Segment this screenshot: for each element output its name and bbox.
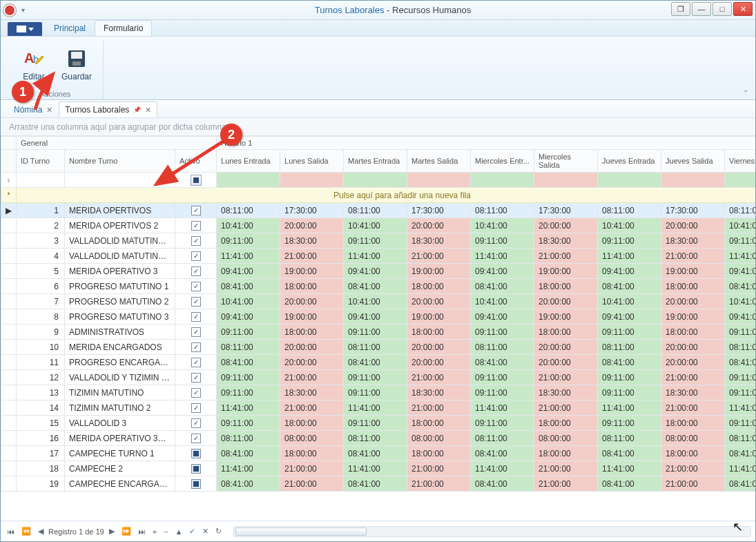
cell-entrada[interactable]: 08:11:00 — [598, 203, 661, 218]
cell-activo[interactable] — [175, 340, 217, 355]
cell-salida[interactable]: 18:30:00 — [534, 233, 598, 249]
cell-entrada[interactable]: 08:11:00 — [471, 431, 534, 446]
checkbox-icon[interactable] — [191, 267, 201, 276]
ribbon-tab-principal[interactable]: Principal — [45, 20, 95, 36]
cell-salida[interactable]: 18:00:00 — [534, 279, 598, 294]
cell-salida[interactable]: 20:00:00 — [534, 218, 598, 233]
cell-entrada[interactable]: 08:11:00 — [217, 340, 280, 355]
doc-tab-turnos[interactable]: Turnos Laborales 📌 ✕ — [59, 101, 157, 117]
cell-entrada[interactable]: 08:11:00 — [471, 340, 534, 355]
cell-id[interactable]: 19 — [17, 476, 65, 492]
cell-salida[interactable]: 21:00:00 — [661, 476, 725, 492]
cell-id[interactable]: 1 — [17, 203, 65, 218]
cell-salida[interactable]: 18:30:00 — [661, 385, 725, 400]
checkbox-icon[interactable] — [191, 449, 201, 458]
checkbox-icon[interactable] — [191, 464, 201, 474]
cell-id[interactable]: 2 — [17, 218, 65, 233]
cell-salida[interactable]: 18:00:00 — [534, 325, 598, 340]
cell-salida[interactable]: 21:00:00 — [534, 461, 598, 476]
table-row[interactable]: 8PROGRESO MATUTINO 309:41:0019:00:0009:4… — [1, 309, 756, 325]
nav-prev-page-button[interactable]: ⏪ — [19, 525, 33, 537]
cell-salida[interactable]: 18:00:00 — [661, 416, 725, 431]
nav-cancel-button[interactable]: ✕ — [200, 525, 211, 537]
cell-salida[interactable]: 08:00:00 — [661, 431, 725, 446]
cell-entrada[interactable]: 11:41:00 — [598, 461, 661, 476]
cell-id[interactable]: 16 — [17, 431, 65, 446]
cell-id[interactable]: 4 — [17, 249, 65, 264]
cell-entrada[interactable]: 09:11:00 — [344, 370, 407, 385]
cell-salida[interactable]: 18:00:00 — [534, 446, 598, 461]
cell-entrada[interactable]: 09:11:00 — [598, 416, 661, 431]
cell-entrada[interactable]: 09:41:00 — [598, 264, 661, 279]
cell-salida[interactable]: 20:00:00 — [280, 294, 344, 309]
nav-end-edit-button[interactable]: ✓ — [187, 525, 197, 537]
cell-salida[interactable]: 21:00:00 — [407, 461, 471, 476]
cell-entrada[interactable]: 11:41:00 — [217, 461, 280, 476]
nav-refresh-button[interactable]: ↻ — [213, 525, 224, 537]
cell-entrada[interactable]: 10:41:00 — [471, 294, 534, 309]
cell-salida[interactable]: 20:00:00 — [280, 355, 344, 370]
cell-entrada[interactable]: 11:41:00 — [471, 461, 534, 476]
cell-id[interactable]: 3 — [17, 233, 65, 249]
checkbox-icon[interactable] — [191, 358, 201, 367]
cell-salida[interactable]: 18:30:00 — [407, 233, 471, 249]
close-icon[interactable]: ✕ — [46, 106, 52, 115]
filter-dropdown-icon[interactable] — [191, 175, 202, 186]
table-row[interactable]: 15VALLADOLID 309:11:0018:00:0009:11:0018… — [1, 416, 756, 431]
cell-entrada[interactable]: 11:41:00 — [725, 400, 755, 416]
cell-salida[interactable]: 18:30:00 — [407, 385, 471, 400]
cell-entrada[interactable]: 10:41:00 — [344, 218, 407, 233]
cell-entrada[interactable]: 10:41:00 — [217, 294, 280, 309]
cell-entrada[interactable]: 09:11:00 — [217, 233, 280, 249]
cell-entrada[interactable]: 08:41:00 — [344, 476, 407, 492]
cell-entrada[interactable]: 10:41:00 — [725, 218, 755, 233]
cell-salida[interactable]: 18:00:00 — [407, 416, 471, 431]
cell-activo[interactable] — [175, 325, 217, 340]
cell-entrada[interactable]: 08:41:00 — [598, 355, 661, 370]
table-row[interactable]: 17CAMPECHE TURNO 108:41:0018:00:0008:41:… — [1, 446, 756, 461]
cell-entrada[interactable]: 11:41:00 — [344, 400, 407, 416]
nav-add-button[interactable]: + — [151, 526, 159, 537]
cell-entrada[interactable]: 08:41:00 — [725, 355, 755, 370]
cell-salida[interactable]: 19:00:00 — [534, 264, 598, 279]
cell-salida[interactable]: 21:00:00 — [534, 370, 598, 385]
pin-icon[interactable]: 📌 — [133, 106, 141, 113]
cell-entrada[interactable]: 09:11:00 — [471, 233, 534, 249]
cell-entrada[interactable]: 10:41:00 — [344, 294, 407, 309]
cell-salida[interactable]: 18:30:00 — [280, 233, 344, 249]
table-row[interactable]: 19CAMPECHE ENCARGADOS08:41:0021:00:0008:… — [1, 476, 756, 492]
cell-salida[interactable]: 17:30:00 — [534, 203, 598, 218]
cell-entrada[interactable]: 10:41:00 — [725, 294, 755, 309]
cell-entrada[interactable]: 08:11:00 — [217, 431, 280, 446]
cell-salida[interactable]: 20:00:00 — [661, 294, 725, 309]
cell-id[interactable]: 5 — [17, 264, 65, 279]
checkbox-icon[interactable] — [191, 206, 201, 215]
guardar-button[interactable]: Guardar — [57, 39, 96, 88]
cell-activo[interactable] — [175, 400, 217, 416]
cell-entrada[interactable]: 11:41:00 — [344, 249, 407, 264]
cell-entrada[interactable]: 09:41:00 — [217, 264, 280, 279]
table-row[interactable]: ▶1MERIDA OPERTIVOS08:11:0017:30:0008:11:… — [1, 203, 756, 218]
cell-salida[interactable]: 17:30:00 — [280, 203, 344, 218]
table-row[interactable]: 10MERIDA ENCARGADOS08:11:0020:00:0008:11… — [1, 340, 756, 355]
checkbox-icon[interactable] — [191, 312, 201, 322]
cell-entrada[interactable]: 08:41:00 — [471, 279, 534, 294]
cell-entrada[interactable]: 08:41:00 — [217, 476, 280, 492]
cell-id[interactable]: 6 — [17, 279, 65, 294]
cell-entrada[interactable]: 08:11:00 — [471, 203, 534, 218]
table-row[interactable]: 5MERIDA OPERATIVO 309:41:0019:00:0009:41… — [1, 264, 756, 279]
cell-nombre[interactable]: VALLADOLID MATUTINO 2 — [65, 249, 175, 264]
cell-entrada[interactable]: 08:41:00 — [471, 446, 534, 461]
cell-salida[interactable]: 18:00:00 — [280, 279, 344, 294]
cell-salida[interactable]: 21:00:00 — [534, 400, 598, 416]
cell-activo[interactable] — [175, 461, 217, 476]
cell-entrada[interactable]: 11:41:00 — [725, 461, 755, 476]
cell-entrada[interactable]: 11:41:00 — [598, 400, 661, 416]
table-row[interactable]: 14TIZIMIN MATUTINO 211:41:0021:00:0011:4… — [1, 400, 756, 416]
cell-entrada[interactable]: 08:41:00 — [217, 355, 280, 370]
cell-entrada[interactable]: 08:41:00 — [725, 446, 755, 461]
cell-salida[interactable]: 18:30:00 — [534, 385, 598, 400]
cell-entrada[interactable]: 08:41:00 — [471, 476, 534, 492]
checkbox-icon[interactable] — [191, 251, 201, 261]
table-row[interactable]: 2MERIDA OPERTIVOS 210:41:0020:00:0010:41… — [1, 218, 756, 233]
